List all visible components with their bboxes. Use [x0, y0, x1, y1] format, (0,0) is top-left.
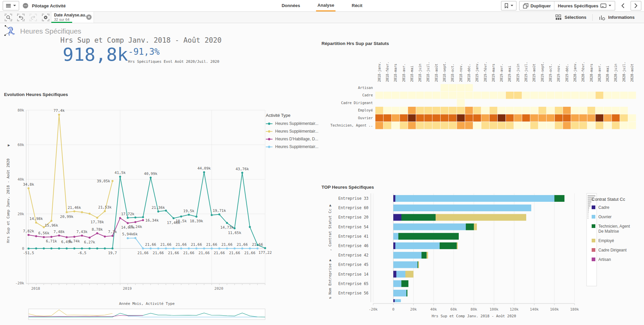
- app-options-icon[interactable]: [22, 3, 29, 9]
- selection-chip-date-analyse[interactable]: Date Analyse.au... 32 sur 64: [51, 12, 94, 23]
- legend-item-label: Cadre: [598, 205, 609, 210]
- kpi-hrs-sup[interactable]: Hrs Sup et Comp Janv. 2018 - Août 2020 9…: [47, 36, 235, 64]
- svg-text:2019-déc.: 2019-déc.: [565, 64, 569, 82]
- svg-text:2020: 2020: [214, 286, 224, 291]
- svg-text:6,56k: 6,56k: [38, 231, 49, 235]
- bookmarks-button[interactable]: [501, 1, 516, 10]
- legend-item-label: Heures Supplémentair...: [275, 121, 318, 126]
- svg-text:40,99k: 40,99k: [144, 172, 157, 176]
- legend-line-swatch: [266, 145, 273, 148]
- svg-text:14,98k: 14,98k: [30, 217, 43, 221]
- global-menu-button[interactable]: [3, 1, 19, 10]
- svg-text:2019-janv.: 2019-janv.: [475, 62, 479, 82]
- svg-text:2020-août: 2020-août: [630, 64, 634, 82]
- legend-line-swatch: [266, 138, 273, 141]
- svg-text:120k: 120k: [510, 307, 519, 312]
- svg-text:Entreprise 41: Entreprise 41: [338, 234, 368, 239]
- svg-text:Entreprise 65: Entreprise 65: [338, 281, 368, 286]
- legend-item-statut-5[interactable]: Artisan: [592, 257, 635, 262]
- svg-text:2018-avr.: 2018-avr.: [402, 64, 406, 82]
- kpi-value: 918,8k: [63, 45, 128, 64]
- undo-selection-button[interactable]: [14, 12, 27, 23]
- legend-item-statut-2[interactable]: Technicien, Agent De Maîtrise: [592, 224, 635, 234]
- svg-text:Entreprise 33: Entreprise 33: [338, 196, 368, 201]
- legend-color-swatch: [592, 258, 595, 261]
- next-sheet-button[interactable]: [631, 1, 641, 10]
- svg-text:19,5k: 19,5k: [183, 209, 194, 213]
- selections-tool-button[interactable]: Sélections: [549, 12, 592, 23]
- svg-text:17,78k: 17,78k: [91, 220, 104, 224]
- legend-item-label: Employé: [598, 238, 614, 243]
- app-logo: B: [3, 24, 17, 38]
- series-3: 5,94k6k21,6621,6621,6621,6621,6621,6621,…: [122, 232, 263, 255]
- smart-search-button[interactable]: [2, 12, 14, 23]
- tab-analyse[interactable]: Analyse: [316, 0, 336, 11]
- svg-text:21,66: 21,66: [214, 251, 225, 255]
- legend-item-activite-1[interactable]: Heures Supplémentair...: [266, 129, 330, 134]
- svg-text:Employé: Employé: [358, 108, 373, 112]
- legend-item-label: Heures Supplémentair...: [275, 129, 318, 134]
- chevron-down-icon: [608, 5, 611, 7]
- mini-navigator: [29, 309, 265, 320]
- svg-text:Entreprise 54: Entreprise 54: [338, 225, 368, 229]
- svg-text:2019-oct.: 2019-oct.: [549, 64, 552, 82]
- svg-text:2020-juil.: 2020-juil.: [622, 62, 626, 82]
- svg-text:2018-juin: 2018-juin: [418, 64, 422, 82]
- chart-title: Répartition Hrs Sup par Statuts: [321, 41, 389, 46]
- heatmap-cells: ArtisanCadreCadre DirigeantEmployéOuvrie…: [331, 84, 636, 129]
- legend-item-statut-0[interactable]: Cadre: [592, 205, 635, 210]
- legend-item-label: Ouvrier: [598, 215, 611, 220]
- svg-text:Cadre Dirigeant: Cadre Dirigeant: [341, 101, 373, 105]
- duplicate-button[interactable]: Dupliquer: [519, 1, 554, 10]
- legend-item-statut-1[interactable]: Ouvrier: [592, 215, 635, 220]
- previous-sheet-button[interactable]: [618, 1, 628, 10]
- svg-text:15,96k: 15,96k: [45, 223, 58, 228]
- svg-text:21,66: 21,66: [160, 242, 171, 247]
- heatmap-column-labels: 2018-janv.2018-févr.2018-mars2018-avr.20…: [378, 62, 634, 82]
- svg-text:43,76k: 43,76k: [236, 167, 249, 171]
- svg-text:2020-mars: 2020-mars: [590, 64, 593, 82]
- svg-text:Entreprise 46: Entreprise 46: [338, 243, 368, 248]
- svg-text:21,66: 21,66: [221, 242, 233, 247]
- legend-item-statut-4[interactable]: Cadre Dirigeant: [592, 248, 635, 253]
- legend-item-statut-3[interactable]: Employé: [592, 238, 635, 243]
- tab-donnees[interactable]: Données: [280, 0, 301, 11]
- informations-label: Informations: [608, 15, 635, 20]
- tab-recit[interactable]: Récit: [350, 0, 364, 11]
- informations-button[interactable]: Informations: [593, 12, 641, 23]
- svg-text:20,99k: 20,99k: [60, 215, 73, 219]
- chevron-right-icon: [634, 3, 638, 8]
- svg-text:6,71k: 6,71k: [46, 239, 57, 243]
- legend-line-swatch: [266, 122, 273, 125]
- clear-selections-button[interactable]: [39, 12, 52, 23]
- clear-chip-button[interactable]: [86, 14, 92, 20]
- svg-text:Entreprise 14: Entreprise 14: [338, 272, 368, 277]
- svg-text:⇅ Nom Entreprise ▶: ⇅ Nom Entreprise ▶: [328, 259, 332, 299]
- svg-text:2019-mai: 2019-mai: [508, 66, 511, 82]
- heatmap-chart[interactable]: 2018-janv.2018-févr.2018-mars2018-avr.20…: [320, 36, 644, 134]
- svg-text:18,39k: 18,39k: [190, 219, 203, 223]
- svg-text:Entreprise 20: Entreprise 20: [338, 215, 368, 220]
- legend-item-label: Heures D'Habillage, D...: [275, 137, 318, 141]
- legend-item-activite-3[interactable]: Heures Supplémentair...: [266, 144, 330, 149]
- svg-text:2019-juin: 2019-juin: [516, 64, 520, 82]
- sheet-selector[interactable]: Heures Spécifiques: [554, 1, 615, 10]
- legend-item-label: Heures Supplémentair...: [275, 144, 318, 149]
- svg-text:21,66: 21,66: [153, 251, 164, 255]
- redo-selection-button[interactable]: [27, 12, 39, 23]
- svg-text:21,66: 21,66: [229, 251, 240, 255]
- svg-text:2018-juil.: 2018-juil.: [426, 62, 430, 82]
- svg-text:2020-mai: 2020-mai: [606, 66, 609, 82]
- svg-text:80k: 80k: [17, 108, 24, 112]
- legend-item-activite-2[interactable]: Heures D'Habillage, D...: [266, 137, 330, 141]
- svg-text:2018-déc.: 2018-déc.: [467, 64, 471, 82]
- svg-text:17,72k: 17,72k: [121, 212, 135, 216]
- informations-icon: [599, 14, 605, 20]
- svg-text:2018: 2018: [31, 286, 40, 291]
- svg-text:21,66: 21,66: [168, 251, 179, 255]
- legend-item-activite-0[interactable]: Heures Supplémentair...: [266, 121, 330, 126]
- duplicate-icon: [523, 3, 529, 9]
- legend-color-swatch: [592, 215, 595, 219]
- svg-text:▶: ▶: [8, 143, 10, 147]
- svg-text:Artisan: Artisan: [358, 86, 373, 90]
